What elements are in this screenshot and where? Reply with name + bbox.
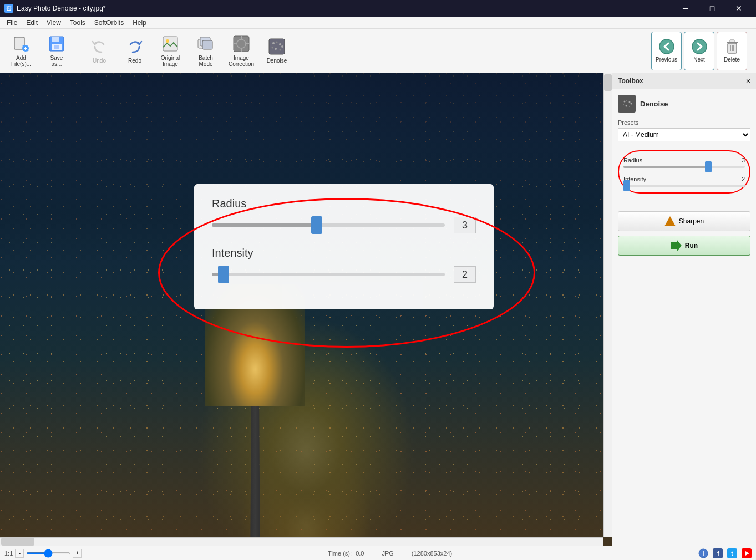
svg-rect-32	[730, 40, 734, 42]
menu-edit[interactable]: Edit	[22, 18, 42, 28]
run-label: Run	[685, 242, 698, 250]
toolbox-close-button[interactable]: ×	[746, 77, 750, 85]
info-icon[interactable]: i	[698, 548, 708, 558]
save-label: Save as...	[50, 55, 63, 67]
intensity-track[interactable]	[212, 273, 445, 276]
tb-radius-thumb[interactable]	[705, 161, 712, 172]
batch-mode-button[interactable]: Batch Mode	[189, 32, 222, 70]
intensity-thumb[interactable]	[218, 266, 229, 283]
zoom-in-button[interactable]: +	[73, 549, 82, 558]
add-file-label: Add File(s)...	[11, 55, 31, 67]
save-as-button[interactable]: Save as...	[40, 32, 73, 70]
delete-button[interactable]: Delete	[717, 32, 747, 70]
redo-label: Redo	[128, 58, 141, 64]
app-icon: 🖼	[4, 4, 13, 13]
denoise-tool-icon	[618, 95, 636, 113]
svg-text:i: i	[702, 550, 704, 557]
scroll-thumb-v[interactable]	[604, 74, 612, 91]
previous-label: Previous	[656, 57, 677, 63]
svg-point-22	[276, 42, 278, 43]
original-image-icon	[161, 35, 179, 53]
denoise-row: Denoise	[618, 95, 750, 113]
toolbox-title: Toolbox	[618, 77, 643, 85]
image-correction-icon	[232, 35, 250, 53]
menu-tools[interactable]: Tools	[65, 18, 90, 28]
presets-label: Presets	[618, 119, 750, 126]
window-title: Easy Photo Denoise - city.jpg*	[17, 4, 106, 12]
add-file-icon	[12, 35, 30, 53]
add-file-button[interactable]: Add File(s)...	[4, 32, 38, 70]
svg-point-10	[166, 39, 169, 43]
toolbar: Add File(s)... Save as... Undo	[0, 29, 756, 73]
sharpen-button[interactable]: Sharpen	[618, 211, 750, 231]
run-icon	[671, 240, 682, 251]
svg-point-24	[272, 47, 273, 49]
zoom-slider-input[interactable]	[26, 552, 70, 554]
radius-slider-container: 3	[212, 217, 476, 233]
image-canvas[interactable]: Radius 3 Intensity	[0, 73, 612, 546]
intensity-label: Intensity	[212, 247, 476, 259]
tb-intensity-thumb[interactable]	[623, 180, 630, 191]
svg-point-26	[280, 49, 281, 51]
tb-intensity-row: Intensity 2	[623, 176, 745, 187]
undo-button[interactable]: Undo	[83, 32, 116, 70]
status-icons: i f t	[698, 548, 752, 558]
radius-label: Radius	[212, 197, 476, 210]
menu-help[interactable]: Help	[128, 18, 151, 28]
delete-icon	[724, 39, 740, 54]
time-label: Time (s): 0.0	[328, 550, 364, 557]
toolbox-panel: Toolbox × Denoise	[612, 73, 756, 546]
youtube-icon[interactable]	[742, 548, 752, 558]
radius-thumb[interactable]	[311, 216, 322, 234]
photo-background: Radius 3 Intensity	[0, 73, 612, 546]
minimize-button[interactable]: ─	[673, 0, 698, 17]
red-ellipse-toolbox: Radius 3 Intensity 2	[618, 150, 750, 194]
tb-radius-value: 3	[742, 157, 745, 164]
denoise-icon	[268, 38, 286, 55]
tb-intensity-track[interactable]	[623, 185, 745, 187]
tb-radius-header: Radius 3	[623, 157, 745, 164]
undo-icon	[90, 38, 108, 55]
svg-rect-9	[163, 37, 177, 51]
next-button[interactable]: Next	[684, 32, 714, 70]
delete-label: Delete	[724, 57, 740, 63]
svg-point-41	[626, 105, 627, 107]
menu-softorbits[interactable]: SoftOrbits	[90, 18, 128, 28]
tb-radius-row: Radius 3	[623, 157, 745, 168]
zoom-value: 1:1	[4, 550, 13, 557]
zoom-out-button[interactable]: -	[15, 549, 24, 558]
previous-icon	[659, 39, 674, 54]
denoise-label: Denoise	[267, 58, 287, 64]
original-image-button[interactable]: Original Image	[154, 32, 187, 70]
image-correction-button[interactable]: Image Correction	[225, 32, 258, 70]
close-button[interactable]: ✕	[726, 0, 752, 17]
toolbox-header: Toolbox ×	[612, 73, 756, 89]
facebook-icon[interactable]: f	[713, 548, 723, 558]
next-icon	[692, 39, 707, 54]
tb-radius-track[interactable]	[623, 166, 745, 168]
presets-select[interactable]: AI - Medium	[618, 128, 750, 141]
separator-1	[78, 34, 78, 68]
maximize-button[interactable]: □	[699, 0, 725, 17]
svg-point-40	[623, 104, 624, 105]
denoise-button[interactable]: Denoise	[260, 32, 293, 70]
menu-view[interactable]: View	[42, 18, 65, 28]
twitter-icon[interactable]: t	[727, 548, 737, 558]
svg-point-39	[629, 101, 631, 103]
undo-label: Undo	[93, 58, 106, 64]
vertical-scrollbar[interactable]	[603, 73, 612, 537]
toolbox-content: Denoise Presets AI - Medium Radius 3	[612, 89, 756, 261]
radius-track[interactable]	[212, 223, 445, 227]
horizontal-scrollbar[interactable]	[0, 537, 603, 546]
previous-button[interactable]: Previous	[651, 32, 682, 70]
menu-file[interactable]: File	[2, 18, 22, 28]
scroll-thumb-h[interactable]	[1, 538, 34, 546]
next-label: Next	[693, 57, 705, 63]
image-correction-label: Image Correction	[229, 55, 254, 67]
tb-intensity-header: Intensity 2	[623, 176, 745, 182]
redo-button[interactable]: Redo	[118, 32, 151, 70]
svg-point-23	[279, 43, 281, 45]
run-button[interactable]: Run	[618, 236, 750, 256]
radius-fill	[212, 223, 317, 227]
status-bar: 1:1 - + Time (s): 0.0 JPG (1280x853x24) …	[0, 546, 756, 560]
